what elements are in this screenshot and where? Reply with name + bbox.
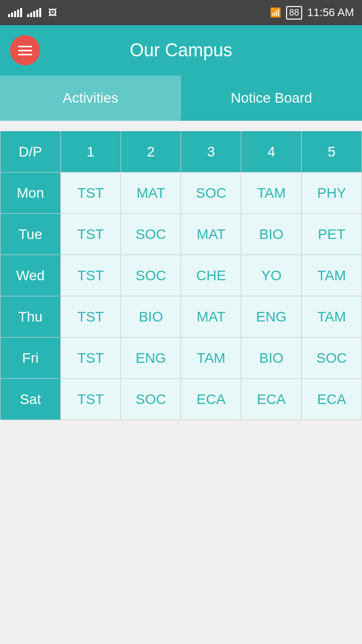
table-row: SatTSTSOCECAECAECA bbox=[1, 379, 362, 420]
app-title: Our Campus bbox=[130, 40, 232, 61]
period-cell[interactable]: TST bbox=[60, 255, 121, 296]
day-cell: Thu bbox=[1, 296, 61, 338]
period-cell[interactable]: TAM bbox=[241, 173, 302, 214]
period-cell[interactable]: TST bbox=[60, 173, 121, 214]
period-cell[interactable]: TST bbox=[60, 214, 121, 255]
period-cell[interactable]: BIO bbox=[121, 296, 181, 338]
image-icon: 🖼 bbox=[48, 8, 57, 18]
period-cell[interactable]: ENG bbox=[121, 338, 181, 379]
content-area: D/P 1 2 3 4 5 MonTSTMATSOCTAMPHYTueTSTSO… bbox=[0, 121, 362, 430]
table-row: WedTSTSOCCHEYOTAM bbox=[1, 255, 362, 296]
battery-level: 88 bbox=[286, 6, 302, 20]
signal-icon-2 bbox=[27, 8, 41, 17]
col-header-4: 4 bbox=[241, 131, 302, 173]
status-left: 🖼 bbox=[8, 8, 57, 18]
period-cell[interactable]: BIO bbox=[241, 214, 302, 255]
period-cell[interactable]: MAT bbox=[181, 296, 241, 338]
timetable: D/P 1 2 3 4 5 MonTSTMATSOCTAMPHYTueTSTSO… bbox=[0, 131, 362, 420]
col-header-1: 1 bbox=[60, 131, 121, 173]
period-cell[interactable]: SOC bbox=[121, 379, 181, 420]
period-cell[interactable]: MAT bbox=[181, 214, 241, 255]
period-cell[interactable]: TST bbox=[60, 338, 121, 379]
period-cell[interactable]: ECA bbox=[302, 379, 362, 420]
day-cell: Wed bbox=[1, 255, 61, 296]
hamburger-icon bbox=[18, 46, 32, 55]
signal-icon bbox=[8, 8, 22, 17]
table-row: MonTSTMATSOCTAMPHY bbox=[1, 173, 362, 214]
table-row: FriTSTENGTAMBIOSOC bbox=[1, 338, 362, 379]
period-cell[interactable]: MAT bbox=[121, 173, 181, 214]
day-cell: Mon bbox=[1, 173, 61, 214]
wifi-icon: 📶 bbox=[270, 7, 281, 18]
period-cell[interactable]: PHY bbox=[302, 173, 362, 214]
bottom-area bbox=[0, 430, 362, 571]
period-cell[interactable]: CHE bbox=[181, 255, 241, 296]
period-cell[interactable]: TST bbox=[60, 296, 121, 338]
period-cell[interactable]: PET bbox=[302, 214, 362, 255]
day-cell: Sat bbox=[1, 379, 61, 420]
col-header-2: 2 bbox=[121, 131, 181, 173]
menu-button[interactable] bbox=[10, 35, 40, 65]
period-cell[interactable]: ENG bbox=[241, 296, 302, 338]
tab-activities[interactable]: Activities bbox=[0, 75, 181, 121]
col-header-5: 5 bbox=[302, 131, 362, 173]
period-cell[interactable]: TST bbox=[60, 379, 121, 420]
tab-bar: Activities Notice Board bbox=[0, 75, 362, 121]
period-cell[interactable]: SOC bbox=[121, 255, 181, 296]
period-cell[interactable]: TAM bbox=[302, 296, 362, 338]
period-cell[interactable]: ECA bbox=[241, 379, 302, 420]
tab-notice-board[interactable]: Notice Board bbox=[181, 75, 362, 121]
day-cell: Fri bbox=[1, 338, 61, 379]
period-cell[interactable]: TAM bbox=[302, 255, 362, 296]
status-bar: 🖼 📶 88 11:56 AM bbox=[0, 0, 362, 25]
period-cell[interactable]: ECA bbox=[181, 379, 241, 420]
col-header-3: 3 bbox=[181, 131, 241, 173]
table-row: TueTSTSOCMATBIOPET bbox=[1, 214, 362, 255]
time-display: 11:56 AM bbox=[307, 6, 354, 19]
app-header: Our Campus bbox=[0, 25, 362, 75]
table-header-row: D/P 1 2 3 4 5 bbox=[1, 131, 362, 173]
period-cell[interactable]: SOC bbox=[121, 214, 181, 255]
period-cell[interactable]: SOC bbox=[302, 338, 362, 379]
table-row: ThuTSTBIOMATENGTAM bbox=[1, 296, 362, 338]
status-right: 📶 88 11:56 AM bbox=[270, 6, 354, 20]
day-cell: Tue bbox=[1, 214, 61, 255]
period-cell[interactable]: TAM bbox=[181, 338, 241, 379]
period-cell[interactable]: BIO bbox=[241, 338, 302, 379]
period-cell[interactable]: SOC bbox=[181, 173, 241, 214]
period-cell[interactable]: YO bbox=[241, 255, 302, 296]
col-header-dp: D/P bbox=[1, 131, 61, 173]
